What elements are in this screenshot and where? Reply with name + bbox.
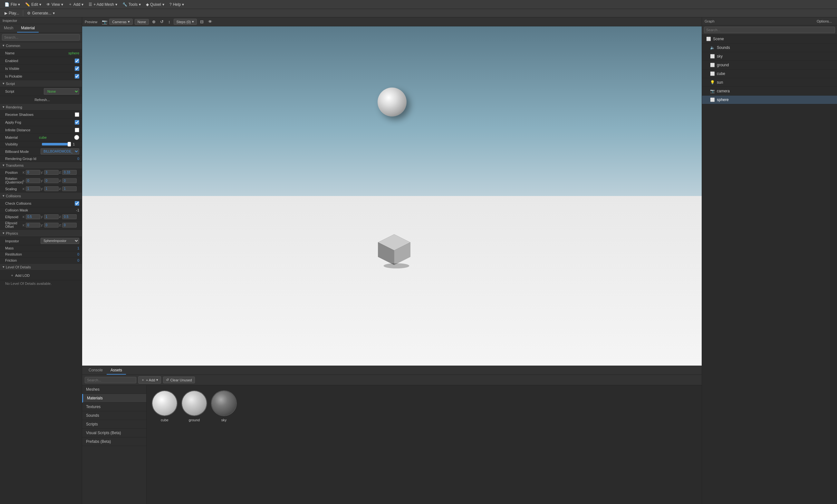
assets-nav-prefabs[interactable]: Prefabs (Beta) <box>82 437 146 446</box>
section-rendering[interactable]: ▾ Rendering <box>0 104 82 111</box>
rotation-z[interactable] <box>62 178 77 183</box>
material-swatch[interactable] <box>74 135 79 140</box>
tree-item-sky[interactable]: ⬜ sky <box>702 52 837 61</box>
inspector-search-input[interactable] <box>2 34 80 40</box>
assets-nav-scripts[interactable]: Scripts <box>82 420 146 429</box>
view-menu[interactable]: 👁 View ▾ <box>44 2 66 7</box>
impostor-select[interactable]: SphereImpostor <box>41 238 79 244</box>
asset-item-ground[interactable]: ground <box>181 390 207 422</box>
prop-script: Script None <box>0 87 82 96</box>
rotation-y[interactable] <box>44 178 59 183</box>
refresh-button[interactable]: Refresh... <box>5 97 79 102</box>
assets-nav-sounds[interactable]: Sounds <box>82 411 146 420</box>
clear-unused-button[interactable]: ↺ Clear Unused <box>163 376 195 383</box>
section-collisions[interactable]: ▾ Collisions <box>0 192 82 200</box>
tree-item-ground[interactable]: ⬜ ground <box>702 61 837 70</box>
generate-button[interactable]: ⚙ Generate... ▾ <box>24 10 57 16</box>
preview-toolbar: Preview 📷 Cameras ▾ None ⊕ ↺ ↕ Steps (0)… <box>82 17 702 26</box>
section-lod[interactable]: ▾ Level Of Details <box>0 264 82 271</box>
eye-icon[interactable]: 👁 <box>207 19 214 25</box>
steps-button[interactable]: Steps (0) ▾ <box>174 19 197 25</box>
tab-assets[interactable]: Assets <box>107 366 126 375</box>
rotation-x[interactable] <box>26 178 40 183</box>
ellipsoid-z[interactable] <box>62 214 77 219</box>
tree-item-cube[interactable]: ⬜ cube <box>702 70 837 78</box>
options-button[interactable]: Options... <box>814 19 834 24</box>
toolbar-divider <box>23 10 23 16</box>
prop-visibility: Visibility 1 <box>0 141 82 147</box>
assets-nav-meshes[interactable]: Meshes <box>82 385 146 394</box>
section-common[interactable]: ▾ Common <box>0 42 82 49</box>
apply-fog-checkbox[interactable] <box>75 120 79 125</box>
check-collisions-checkbox[interactable] <box>75 201 79 206</box>
layout-icon[interactable]: ⊟ <box>199 19 205 25</box>
assets-nav-textures[interactable]: Textures <box>82 403 146 411</box>
file-menu[interactable]: 📄 File ▾ <box>2 2 22 7</box>
ground-icon: ⬜ <box>710 62 715 68</box>
section-physics[interactable]: ▾ Physics <box>0 230 82 237</box>
scaling-x[interactable] <box>26 186 40 191</box>
infinite-distance-checkbox[interactable] <box>75 128 79 132</box>
visibility-slider[interactable] <box>42 143 71 146</box>
assets-nav-materials[interactable]: Materials <box>82 394 146 403</box>
position-x[interactable] <box>26 170 40 175</box>
none-button[interactable]: None <box>135 19 149 25</box>
add-menu[interactable]: ＋ Add ▾ <box>66 1 86 8</box>
billboard-select[interactable]: BILLBOARDMODE_NONE <box>41 148 79 154</box>
scaling-y[interactable] <box>44 186 59 191</box>
add-asset-button[interactable]: ＋ + Add ▾ <box>138 376 161 384</box>
scaling-z[interactable] <box>62 186 77 191</box>
position-z[interactable] <box>62 170 77 175</box>
script-select[interactable]: None <box>44 88 79 95</box>
section-transforms[interactable]: ▾ Transforms <box>0 162 82 169</box>
tree-item-sun[interactable]: 💡 sun <box>702 78 837 87</box>
visibility-handle[interactable] <box>68 142 71 146</box>
scale-icon[interactable]: ↕ <box>167 19 172 25</box>
sky-icon: ⬜ <box>710 54 715 59</box>
tools-menu[interactable]: 🔧 Tools ▾ <box>120 2 143 7</box>
ellipsoid-offset-z[interactable] <box>62 223 77 227</box>
prop-apply-fog: Apply Fog <box>0 118 82 126</box>
cameras-button[interactable]: Cameras ▾ <box>109 19 133 25</box>
ellipsoid-offset-y[interactable] <box>44 223 59 227</box>
assets-search-input[interactable] <box>85 377 136 383</box>
tree-item-sphere[interactable]: ⬜ sphere <box>702 96 837 104</box>
tab-console[interactable]: Console <box>85 366 107 375</box>
tree-item-sounds[interactable]: 🔈 Sounds <box>702 43 837 52</box>
prop-mass: Mass 1 <box>0 245 82 251</box>
ellipsoid-x[interactable] <box>26 214 40 219</box>
prop-ellipsoid: Ellipsoid x: y: z: <box>0 213 82 221</box>
tab-material[interactable]: Material <box>17 24 39 33</box>
ellipsoid-offset-x[interactable] <box>26 223 40 227</box>
transform-icon[interactable]: ⊕ <box>151 19 157 25</box>
asset-item-sky[interactable]: sky <box>211 390 237 422</box>
edit-menu[interactable]: ✏️ Edit ▾ <box>22 2 44 7</box>
is-pickable-checkbox[interactable] <box>75 74 79 78</box>
help-menu[interactable]: ? Help ▾ <box>167 2 186 7</box>
section-script[interactable]: ▾ Script <box>0 80 82 87</box>
asset-name-ground: ground <box>189 418 200 422</box>
plus-icon: ＋ <box>10 273 14 278</box>
tree-item-scene[interactable]: ⬜ Scene <box>702 35 837 43</box>
asset-item-cube[interactable]: cube <box>152 390 178 422</box>
is-visible-checkbox[interactable] <box>75 66 79 71</box>
add-mesh-menu[interactable]: ☰ + Add Mesh ▾ <box>86 2 120 7</box>
tree-item-camera[interactable]: 📷 camera <box>702 87 837 96</box>
quixel-menu[interactable]: ◆ Quixel ▾ <box>143 2 167 7</box>
assets-nav-visual-scripts[interactable]: Visual Scripts (Beta) <box>82 429 146 437</box>
tab-mesh[interactable]: Mesh <box>0 24 17 33</box>
ellipsoid-y[interactable] <box>44 214 59 219</box>
position-y[interactable] <box>44 170 59 175</box>
rotate-icon[interactable]: ↺ <box>159 19 165 25</box>
play-button[interactable]: ▶ Play... <box>2 10 22 16</box>
inspector-tabs: Mesh Material <box>0 24 82 33</box>
enabled-checkbox[interactable] <box>75 59 79 63</box>
inspector-title: Inspector <box>0 17 82 24</box>
ground-material-thumb <box>182 391 207 415</box>
asset-thumb-sky <box>211 390 237 416</box>
add-lod-button[interactable]: ＋ Add LOD <box>5 272 79 279</box>
preview-canvas[interactable] <box>82 26 702 366</box>
chevron-down-icon: ▾ <box>3 81 4 86</box>
receive-shadows-checkbox[interactable] <box>75 112 79 117</box>
graph-search-input[interactable] <box>704 27 835 33</box>
